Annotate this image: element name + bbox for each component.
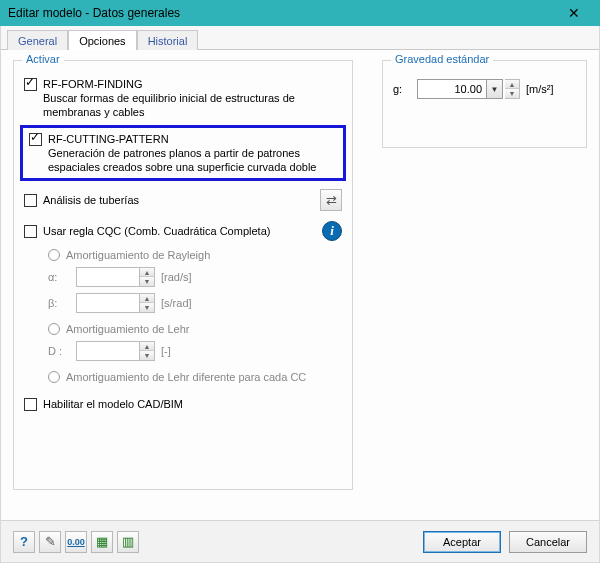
group-gravity-title: Gravedad estándar bbox=[391, 53, 493, 65]
option-cutting-pattern[interactable]: RF-CUTTING-PATTERN Generación de patrone… bbox=[29, 132, 337, 174]
form-finding-title: RF-FORM-FINDING bbox=[43, 77, 342, 91]
pipe-analysis-label: Análisis de tuberías bbox=[43, 193, 139, 207]
group-activate-title: Activar bbox=[22, 53, 64, 65]
ok-button[interactable]: Aceptar bbox=[423, 531, 501, 553]
lehr-percc-label: Amortiguamiento de Lehr diferente para c… bbox=[66, 371, 306, 383]
option-form-finding[interactable]: RF-FORM-FINDING Buscar formas de equilib… bbox=[24, 77, 342, 119]
lehr-label: Amortiguamiento de Lehr bbox=[66, 323, 190, 335]
title-bar: Editar modelo - Datos generales ✕ bbox=[0, 0, 600, 26]
cutting-pattern-title: RF-CUTTING-PATTERN bbox=[48, 132, 337, 146]
d-input bbox=[76, 341, 140, 361]
gravity-unit: [m/s²] bbox=[526, 83, 554, 95]
alpha-label: α: bbox=[48, 271, 76, 283]
swap-icon[interactable]: ⇄ bbox=[320, 189, 342, 211]
form-finding-desc: Buscar formas de equilibrio inicial de e… bbox=[43, 91, 342, 119]
radio-lehr-percc bbox=[48, 371, 60, 383]
beta-unit: [s/rad] bbox=[161, 297, 192, 309]
help-icon[interactable]: ? bbox=[13, 531, 35, 553]
tab-history[interactable]: Historial bbox=[137, 30, 199, 50]
option-cutting-pattern-highlight: RF-CUTTING-PATTERN Generación de patrone… bbox=[20, 125, 346, 181]
checkbox-pipe-analysis[interactable] bbox=[24, 194, 37, 207]
tab-options[interactable]: Opciones bbox=[68, 30, 136, 50]
d-unit: [-] bbox=[161, 345, 171, 357]
group-gravity: Gravedad estándar g: ▼ ▲▼ [m/s²] bbox=[382, 60, 587, 148]
window-title: Editar modelo - Datos generales bbox=[8, 6, 554, 20]
radio-lehr bbox=[48, 323, 60, 335]
info-icon[interactable]: i bbox=[322, 221, 342, 241]
chevron-down-icon[interactable]: ▼ bbox=[487, 79, 503, 99]
cqc-label: Usar regla CQC (Comb. Cuadrática Complet… bbox=[43, 224, 270, 238]
rayleigh-label: Amortiguamiento de Rayleigh bbox=[66, 249, 210, 261]
excel-export-icon[interactable]: ▦ bbox=[91, 531, 113, 553]
option-cad-bim[interactable]: Habilitar el modelo CAD/BIM bbox=[24, 397, 342, 411]
option-lehr-percc: Amortiguamiento de Lehr diferente para c… bbox=[48, 371, 342, 383]
d-spinner: ▲▼ bbox=[140, 341, 155, 361]
dialog-footer: ? ✎ 0.00 ▦ ▥ Aceptar Cancelar bbox=[1, 520, 599, 562]
checkbox-cqc[interactable] bbox=[24, 225, 37, 238]
checkbox-cad-bim[interactable] bbox=[24, 398, 37, 411]
group-activate: Activar RF-FORM-FINDING Buscar formas de… bbox=[13, 60, 353, 490]
close-icon[interactable]: ✕ bbox=[554, 3, 594, 23]
alpha-unit: [rad/s] bbox=[161, 271, 192, 283]
alpha-input bbox=[76, 267, 140, 287]
field-d: D : ▲▼ [-] bbox=[48, 341, 342, 361]
gravity-label: g: bbox=[393, 83, 417, 95]
beta-spinner: ▲▼ bbox=[140, 293, 155, 313]
note-icon[interactable]: ✎ bbox=[39, 531, 61, 553]
gravity-input[interactable] bbox=[417, 79, 487, 99]
field-alpha: α: ▲▼ [rad/s] bbox=[48, 267, 342, 287]
tab-general[interactable]: General bbox=[7, 30, 68, 50]
option-lehr: Amortiguamiento de Lehr bbox=[48, 323, 342, 335]
beta-label: β: bbox=[48, 297, 76, 309]
radio-rayleigh bbox=[48, 249, 60, 261]
cancel-button[interactable]: Cancelar bbox=[509, 531, 587, 553]
cutting-pattern-desc: Generación de patrones planos a partir d… bbox=[48, 146, 337, 174]
option-cqc[interactable]: Usar regla CQC (Comb. Cuadrática Complet… bbox=[24, 224, 270, 238]
alpha-spinner: ▲▼ bbox=[140, 267, 155, 287]
option-pipe-analysis[interactable]: Análisis de tuberías bbox=[24, 193, 139, 207]
checkbox-cutting-pattern[interactable] bbox=[29, 133, 42, 146]
checkbox-form-finding[interactable] bbox=[24, 78, 37, 91]
option-rayleigh: Amortiguamiento de Rayleigh bbox=[48, 249, 342, 261]
d-label: D : bbox=[48, 345, 76, 357]
field-beta: β: ▲▼ [s/rad] bbox=[48, 293, 342, 313]
units-icon[interactable]: 0.00 bbox=[65, 531, 87, 553]
beta-input bbox=[76, 293, 140, 313]
excel-import-icon[interactable]: ▥ bbox=[117, 531, 139, 553]
cad-bim-label: Habilitar el modelo CAD/BIM bbox=[43, 397, 183, 411]
tab-strip: General Opciones Historial bbox=[1, 26, 599, 50]
gravity-spinner[interactable]: ▲▼ bbox=[505, 79, 520, 99]
